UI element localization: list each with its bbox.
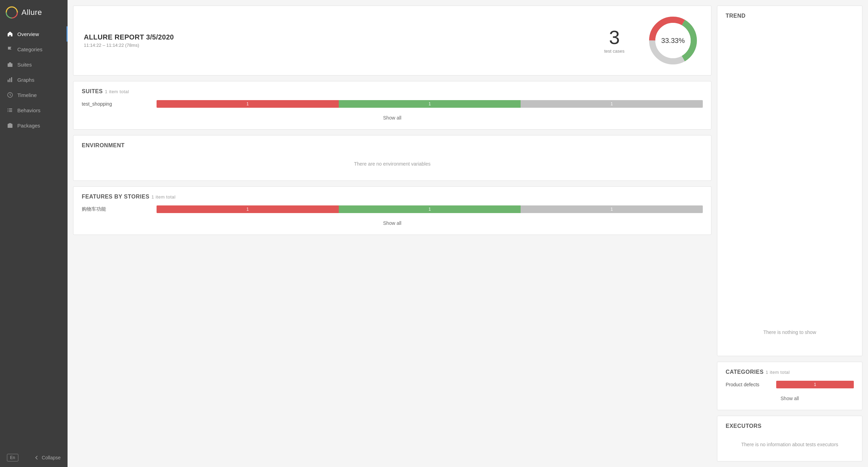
- categories-subtitle: 1 item total: [766, 370, 790, 375]
- sidebar-item-timeline[interactable]: Timeline: [0, 87, 68, 103]
- sidebar-label-categories: Categories: [17, 46, 43, 52]
- trend-card: TREND There is nothing to show: [717, 6, 862, 356]
- suites-card: SUITES1 item total test_shopping 1 1 1 S…: [73, 81, 711, 130]
- executors-card: EXECUTORS There is no information about …: [717, 416, 862, 461]
- sidebar-label-overview: Overview: [17, 31, 39, 37]
- language-badge[interactable]: En: [7, 454, 18, 461]
- svg-rect-5: [8, 80, 9, 82]
- suites-bar-gray-0: 1: [521, 100, 703, 108]
- sidebar-item-packages[interactable]: Packages: [0, 118, 68, 133]
- features-show-all-row: Show all: [82, 216, 703, 228]
- sidebar: Allure Overview Categories: [0, 0, 68, 467]
- svg-rect-7: [11, 77, 12, 82]
- list-icon: [7, 107, 13, 113]
- svg-rect-13: [8, 111, 8, 112]
- suites-section-title: SUITES1 item total: [82, 88, 703, 95]
- suites-bar-red-0: 1: [157, 100, 339, 108]
- chevron-left-icon: [34, 455, 39, 460]
- svg-point-3: [8, 9, 15, 16]
- svg-rect-6: [9, 78, 10, 82]
- sidebar-item-categories[interactable]: Categories: [0, 42, 68, 57]
- app-name: Allure: [21, 8, 42, 17]
- sidebar-item-graphs[interactable]: Graphs: [0, 72, 68, 87]
- donut-percentage: 33.33%: [661, 37, 685, 45]
- report-stats: 3 test cases: [604, 13, 701, 68]
- suites-item-label-0: test_shopping: [82, 101, 151, 107]
- sidebar-label-timeline: Timeline: [17, 92, 37, 98]
- collapse-label: Collapse: [42, 455, 61, 460]
- svg-rect-15: [8, 124, 12, 128]
- sidebar-nav: Overview Categories Suites: [0, 25, 68, 448]
- test-count: 3 test cases: [604, 28, 625, 54]
- features-subtitle: 1 item total: [151, 194, 176, 200]
- report-subtitle: 11:14:22 – 11:14:22 (78ms): [84, 43, 174, 48]
- bar-chart-icon: [7, 77, 13, 83]
- features-show-all-button[interactable]: Show all: [383, 220, 401, 226]
- left-column: ALLURE REPORT 3/5/2020 11:14:22 – 11:14:…: [73, 6, 711, 461]
- report-info: ALLURE REPORT 3/5/2020 11:14:22 – 11:14:…: [84, 33, 174, 48]
- categories-show-all-button[interactable]: Show all: [781, 396, 799, 401]
- executors-section-title: EXECUTORS: [726, 423, 854, 429]
- categories-bar-track-0: 1: [776, 381, 854, 388]
- features-bar-red-0: 1: [157, 205, 339, 213]
- suites-bar-row-0: test_shopping 1 1 1: [82, 100, 703, 108]
- features-section-title: FEATURES BY STORIES1 item total: [82, 194, 703, 200]
- sidebar-label-behaviors: Behaviors: [17, 107, 41, 113]
- features-card: FEATURES BY STORIES1 item total 购物车功能 1 …: [73, 186, 711, 235]
- test-count-number: 3: [604, 28, 625, 47]
- right-column: TREND There is nothing to show CATEGORIE…: [717, 6, 862, 461]
- test-count-label: test cases: [604, 49, 625, 54]
- svg-rect-12: [9, 110, 12, 111]
- svg-rect-11: [8, 110, 8, 111]
- main-content: ALLURE REPORT 3/5/2020 11:14:22 – 11:14:…: [68, 0, 868, 467]
- features-bar-green-0: 1: [339, 205, 521, 213]
- allure-logo-icon: [6, 6, 18, 19]
- home-icon: [7, 31, 13, 37]
- categories-bar-row-0: Product defects 1: [726, 381, 854, 388]
- sidebar-footer: En Collapse: [0, 448, 68, 467]
- categories-bar-red-0: 1: [776, 381, 854, 388]
- svg-rect-4: [8, 63, 12, 67]
- categories-card: CATEGORIES1 item total Product defects 1…: [717, 362, 862, 410]
- trend-empty-area: There is nothing to show: [726, 25, 854, 349]
- categories-show-all-row: Show all: [726, 391, 854, 403]
- suites-show-all-row: Show all: [82, 111, 703, 122]
- features-bar-track-0: 1 1 1: [157, 205, 703, 213]
- donut-chart: 33.33%: [645, 13, 701, 68]
- svg-rect-14: [9, 111, 12, 112]
- report-header-card: ALLURE REPORT 3/5/2020 11:14:22 – 11:14:…: [73, 6, 711, 76]
- sidebar-label-packages: Packages: [17, 123, 40, 129]
- environment-card: ENVIRONMENT There are no environment var…: [73, 135, 711, 181]
- briefcase-icon: [7, 61, 13, 68]
- sidebar-label-suites: Suites: [17, 62, 32, 68]
- trend-empty-message: There is nothing to show: [763, 323, 816, 342]
- sidebar-label-graphs: Graphs: [17, 77, 34, 83]
- svg-rect-10: [9, 108, 12, 109]
- features-bar-gray-0: 1: [521, 205, 703, 213]
- flag-icon: [7, 46, 13, 52]
- features-bar-row-0: 购物车功能 1 1 1: [82, 205, 703, 213]
- package-icon: [7, 122, 13, 129]
- environment-empty-message: There are no environment variables: [82, 154, 703, 174]
- svg-rect-9: [8, 108, 8, 109]
- features-item-label-0: 购物车功能: [82, 206, 151, 212]
- sidebar-item-behaviors[interactable]: Behaviors: [0, 103, 68, 118]
- suites-bar-track-0: 1 1 1: [157, 100, 703, 108]
- executors-empty-message: There is no information about tests exec…: [726, 435, 854, 454]
- sidebar-item-overview[interactable]: Overview: [0, 26, 68, 42]
- suites-subtitle: 1 item total: [105, 89, 129, 94]
- report-title: ALLURE REPORT 3/5/2020: [84, 33, 174, 41]
- environment-section-title: ENVIRONMENT: [82, 142, 703, 149]
- sidebar-item-suites[interactable]: Suites: [0, 57, 68, 72]
- sidebar-logo: Allure: [0, 0, 68, 25]
- categories-item-label-0: Product defects: [726, 382, 771, 387]
- trend-section-title: TREND: [726, 13, 854, 19]
- suites-bar-green-0: 1: [339, 100, 521, 108]
- clock-icon: [7, 92, 13, 98]
- categories-section-title: CATEGORIES1 item total: [726, 369, 854, 375]
- suites-show-all-button[interactable]: Show all: [383, 115, 401, 121]
- collapse-button[interactable]: Collapse: [34, 455, 61, 460]
